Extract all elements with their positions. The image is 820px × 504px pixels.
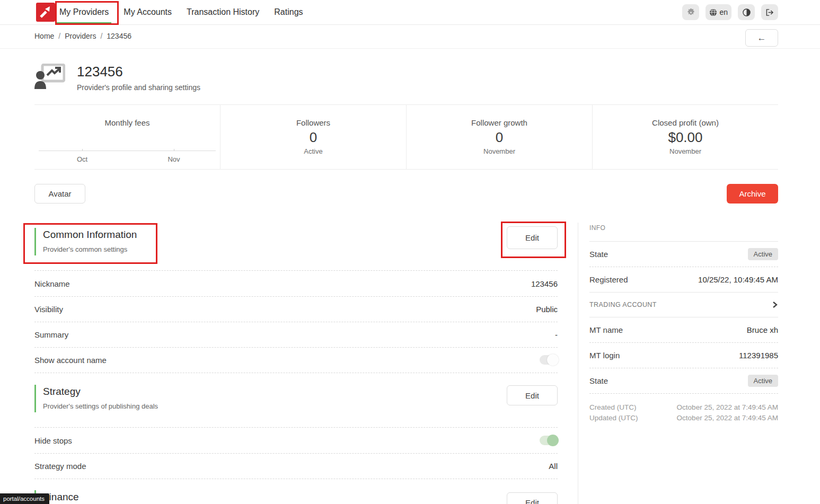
field-label: Visibility bbox=[34, 305, 63, 314]
info-row-state: State Active bbox=[589, 242, 778, 267]
field-row-strategy-mode: Strategy mode All bbox=[34, 453, 558, 479]
field-row-nickname: Nickname 123456 bbox=[34, 270, 558, 297]
back-button[interactable]: ← bbox=[745, 29, 778, 47]
info-label: State bbox=[589, 376, 608, 385]
hide-stops-toggle[interactable] bbox=[540, 436, 558, 445]
field-row-show-account-name: Show account name bbox=[34, 347, 558, 373]
strategy-edit-button[interactable]: Edit bbox=[507, 385, 558, 405]
stat-caption: Active bbox=[221, 147, 406, 155]
logout-icon bbox=[765, 8, 774, 16]
info-label: State bbox=[589, 250, 608, 259]
field-label: Show account name bbox=[34, 356, 107, 365]
breadcrumb-separator: / bbox=[100, 32, 102, 40]
page-header: 123456 Provider's profile and sharing se… bbox=[34, 64, 200, 92]
breadcrumb-home[interactable]: Home bbox=[34, 32, 54, 40]
common-information-edit-button[interactable]: Edit bbox=[507, 226, 558, 249]
provider-profile-page: My Providers My Accounts Transaction His… bbox=[0, 0, 820, 504]
settings-button[interactable] bbox=[682, 4, 699, 20]
tab-transaction-history[interactable]: Transaction History bbox=[187, 7, 259, 17]
nav-tabs: My Providers My Accounts Transaction His… bbox=[59, 0, 303, 24]
field-value: - bbox=[555, 330, 558, 339]
top-navigation-bar: My Providers My Accounts Transaction His… bbox=[0, 0, 820, 25]
field-row-summary: Summary - bbox=[34, 322, 558, 348]
provider-presentation-icon bbox=[34, 64, 65, 89]
nav-action-buttons: en bbox=[682, 4, 778, 20]
meta-label: Created (UTC) bbox=[589, 402, 637, 413]
chevron-right-icon bbox=[772, 301, 778, 308]
monthly-fees-chart-axis: Oct Nov bbox=[39, 151, 216, 151]
tab-my-accounts[interactable]: My Accounts bbox=[124, 7, 172, 17]
back-arrow-icon: ← bbox=[757, 33, 766, 43]
field-value: 123456 bbox=[531, 279, 558, 288]
trading-account-label: TRADING ACCOUNT bbox=[589, 301, 657, 308]
axis-tick-label: Oct bbox=[77, 155, 87, 163]
contrast-icon bbox=[743, 8, 751, 16]
info-value: Bruce xh bbox=[747, 325, 778, 334]
tab-ratings[interactable]: Ratings bbox=[274, 7, 303, 17]
trading-account-header[interactable]: TRADING ACCOUNT bbox=[589, 293, 778, 317]
section-subtitle: Provider's common settings bbox=[43, 245, 137, 253]
field-label: Summary bbox=[34, 330, 68, 339]
stats-strip: Monthly fees Oct Nov Followers 0 Active … bbox=[34, 104, 778, 170]
field-value: All bbox=[549, 462, 558, 471]
link-status-tooltip: portal/accounts bbox=[0, 493, 49, 504]
tab-my-providers[interactable]: My Providers bbox=[59, 7, 109, 17]
avatar-button[interactable]: Avatar bbox=[34, 184, 85, 204]
globe-icon bbox=[709, 8, 717, 16]
breadcrumb: Home / Providers / 123456 bbox=[34, 32, 131, 40]
field-row-visibility: Visibility Public bbox=[34, 296, 558, 322]
stat-value: $0.00 bbox=[593, 129, 778, 146]
gear-icon bbox=[687, 8, 695, 16]
app-logo-icon[interactable] bbox=[36, 3, 55, 22]
breadcrumb-separator: / bbox=[58, 32, 60, 40]
axis-tick bbox=[174, 149, 174, 151]
breadcrumb-current: 123456 bbox=[107, 32, 131, 40]
axis-tick-label: Nov bbox=[167, 155, 180, 163]
content-divider bbox=[578, 223, 578, 504]
info-row-registered: Registered 10/25/22, 10:49:45 AM bbox=[589, 267, 778, 293]
info-panel-heading: INFO bbox=[589, 219, 778, 242]
language-code: en bbox=[719, 8, 728, 16]
stat-followers: Followers 0 Active bbox=[221, 105, 407, 169]
stat-value: 0 bbox=[221, 129, 406, 146]
stat-title: Followers bbox=[221, 118, 406, 127]
section-title: Common Information bbox=[43, 229, 137, 241]
stat-follower-growth: Follower growth 0 November bbox=[407, 105, 593, 169]
field-row-hide-stops: Hide stops bbox=[34, 427, 558, 454]
logout-button[interactable] bbox=[761, 4, 778, 20]
show-account-name-toggle[interactable] bbox=[540, 355, 558, 365]
common-information-section-header: Common Information Provider's common set… bbox=[34, 228, 137, 255]
active-tab-indicator bbox=[57, 22, 111, 24]
page-title: 123456 bbox=[77, 64, 200, 80]
stat-title: Closed profit (own) bbox=[593, 118, 778, 127]
info-label: MT login bbox=[589, 351, 620, 360]
page-subtitle: Provider's profile and sharing settings bbox=[77, 83, 200, 92]
timestamps-block: Created (UTC) October 25, 2022 at 7:49:4… bbox=[589, 394, 778, 423]
archive-button[interactable]: Archive bbox=[727, 184, 778, 204]
breadcrumb-providers[interactable]: Providers bbox=[65, 32, 96, 40]
breadcrumb-row: Home / Providers / 123456 ← bbox=[0, 25, 820, 49]
axis-tick bbox=[82, 149, 83, 151]
stat-caption: November bbox=[407, 147, 592, 155]
info-row-account-state: State Active bbox=[589, 368, 778, 394]
strategy-section-header: Strategy Provider's settings of publishi… bbox=[34, 385, 158, 412]
status-badge: Active bbox=[748, 375, 778, 387]
stat-title: Monthly fees bbox=[34, 118, 220, 127]
theme-toggle-button[interactable] bbox=[738, 4, 755, 20]
section-title: Strategy bbox=[43, 386, 158, 397]
field-label: Strategy mode bbox=[34, 462, 86, 471]
info-row-mt-login: MT login 112391985 bbox=[589, 343, 778, 368]
field-label: Nickname bbox=[34, 279, 70, 288]
info-value: 10/25/22, 10:49:45 AM bbox=[698, 275, 778, 284]
stat-title: Follower growth bbox=[407, 118, 592, 127]
field-value: Public bbox=[536, 305, 558, 314]
language-button[interactable]: en bbox=[706, 4, 731, 20]
stat-closed-profit: Closed profit (own) $0.00 November bbox=[593, 105, 778, 169]
status-badge: Active bbox=[748, 248, 778, 260]
finance-edit-button[interactable]: Edit bbox=[507, 492, 558, 504]
info-label: Registered bbox=[589, 275, 628, 284]
stat-caption: November bbox=[593, 147, 778, 155]
page-header-text: 123456 Provider's profile and sharing se… bbox=[77, 64, 200, 92]
field-label: Hide stops bbox=[34, 436, 72, 445]
section-subtitle: Provider's settings of publishing deals bbox=[43, 402, 158, 410]
